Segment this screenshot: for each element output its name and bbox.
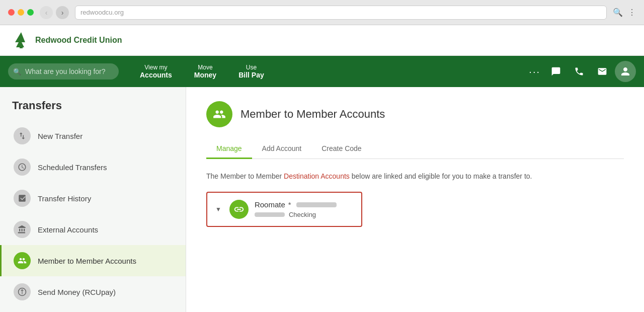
sidebar-item-new-transfer[interactable]: New Transfer [0,120,186,151]
app-container: Redwood Credit Union View my Accounts Mo… [0,25,644,312]
phone-icon [574,66,584,76]
sidebar-item-history-label: Transfer History [38,194,91,203]
member-to-member-icon [14,252,31,269]
tab-manage[interactable]: Manage [206,139,252,159]
minimize-button[interactable] [18,9,24,16]
mail-icon-button[interactable] [592,61,613,82]
browser-search-icon[interactable]: 🔍 [613,8,623,17]
sidebar-item-external-accounts[interactable]: External Accounts [0,214,186,245]
nav-bill-pay[interactable]: Use Bill Pay [227,56,275,87]
sidebar-item-transfer-history[interactable]: Transfer History [0,183,186,214]
forward-button[interactable]: › [56,6,69,19]
description-text: The Member to Member Destination Account… [206,171,624,182]
chat-icon-button[interactable] [545,61,567,82]
search-input[interactable] [8,63,119,80]
external-accounts-icon [14,221,31,238]
transfer-history-icon [14,190,31,207]
page-icon [206,101,232,127]
svg-rect-1 [20,45,23,48]
back-button[interactable]: ‹ [40,6,53,19]
browser-menu-icon[interactable]: ⋮ [628,8,636,17]
sidebar-item-m2m-label: Member to Member Accounts [38,257,136,265]
sidebar-item-scheduled-label: Scheduled Transfers [38,163,107,172]
link-icon [229,200,249,219]
account-name: Roomate * [255,200,353,209]
description-prefix: The Member to Member [206,172,284,180]
page-title: Member to Member Accounts [240,108,385,121]
new-transfer-icon [14,127,31,144]
nav-view-accounts[interactable]: View my Accounts [129,56,183,87]
scheduled-transfers-icon [14,159,31,176]
nav-move-money[interactable]: Move Money [183,56,227,87]
sidebar-item-send-label: Send Money (RCUpay) [38,288,116,296]
address-text: redwoodcu.org [80,9,124,16]
send-money-icon [14,283,31,300]
description-suffix: below are linked and eligible for you to… [350,172,532,180]
browser-action-icons: 🔍 ⋮ [613,8,636,17]
page-header: Member to Member Accounts [206,101,624,127]
user-icon-button[interactable] [615,61,636,82]
account-sub-info: Checking [255,211,353,218]
logo-bar: Redwood Credit Union [0,25,644,56]
tab-add-account[interactable]: Add Account [252,139,312,159]
sidebar-item-scheduled-transfers[interactable]: Scheduled Transfers [0,151,186,183]
account-card[interactable]: ▼ Roomate * Checking [206,192,362,227]
description-highlight: Destination Accounts [284,172,350,180]
logo-area: Redwood Credit Union [12,31,122,49]
account-card-info: Roomate * Checking [255,200,353,218]
logo-text: Redwood Credit Union [35,36,122,45]
traffic-lights [8,9,34,16]
maximize-button[interactable] [27,9,34,16]
phone-icon-button[interactable] [569,61,590,82]
svg-marker-0 [15,32,25,47]
mail-icon [597,66,607,76]
account-number-masked [296,202,337,207]
nav-more-button[interactable]: ··· [524,66,545,77]
sidebar: Transfers New Transfer Scheduled Transfe… [0,87,186,312]
main-layout: Transfers New Transfer Scheduled Transfe… [0,87,644,312]
tab-create-code[interactable]: Create Code [311,139,371,159]
sidebar-item-member-to-member[interactable]: Member to Member Accounts [0,245,186,276]
tabs: Manage Add Account Create Code [206,139,624,159]
account-type: Checking [289,211,316,218]
close-button[interactable] [8,9,15,16]
nav-items: View my Accounts Move Money Use Bill Pay [129,56,275,87]
logo-icon [12,31,30,49]
sidebar-item-external-label: External Accounts [38,225,98,234]
nav-icons [545,61,636,82]
chat-icon [551,66,561,76]
address-bar[interactable]: redwoodcu.org [75,6,607,20]
sidebar-item-new-transfer-label: New Transfer [38,132,83,140]
nav-bar: View my Accounts Move Money Use Bill Pay… [0,56,644,87]
content-area: Member to Member Accounts Manage Add Acc… [186,87,644,312]
browser-nav-buttons: ‹ › [40,6,69,19]
user-icon [620,66,630,76]
card-chevron-icon: ▼ [215,206,221,213]
browser-chrome: ‹ › redwoodcu.org 🔍 ⋮ [0,0,644,25]
sidebar-title: Transfers [0,99,186,120]
sidebar-item-send-money[interactable]: Send Money (RCUpay) [0,276,186,307]
account-sub-masked [255,212,285,217]
search-wrap [8,63,119,80]
